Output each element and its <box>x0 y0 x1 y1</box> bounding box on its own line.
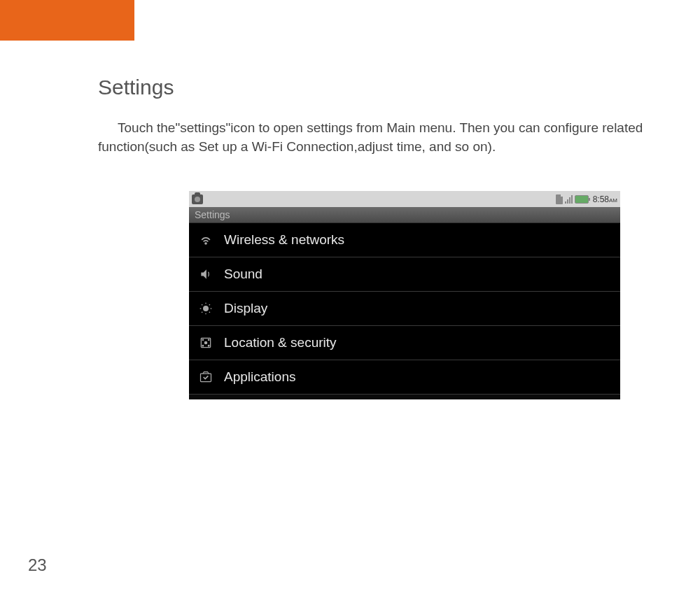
sd-card-icon <box>556 194 563 204</box>
settings-item-applications[interactable]: Applications <box>189 360 620 394</box>
svg-point-1 <box>204 306 209 311</box>
android-settings-screenshot: 8:58AM Settings Wireless & networks <box>189 191 620 399</box>
svg-point-7 <box>208 346 209 347</box>
orange-header-block <box>0 0 134 41</box>
svg-point-5 <box>208 339 209 341</box>
svg-point-4 <box>202 339 204 341</box>
settings-item-display[interactable]: Display <box>189 292 620 326</box>
apps-icon <box>197 369 214 385</box>
page-title: Settings <box>98 76 700 99</box>
sound-icon <box>197 266 214 283</box>
settings-item-label: Location & security <box>224 335 337 350</box>
settings-screen-header: Settings <box>189 207 620 223</box>
settings-item-sound[interactable]: Sound <box>189 257 620 292</box>
svg-point-6 <box>202 346 204 347</box>
page-description: Touch the"settings"icon to open settings… <box>98 119 700 156</box>
display-icon <box>197 300 214 317</box>
settings-item-label: Applications <box>224 369 295 385</box>
location-icon <box>197 334 214 351</box>
page-number: 23 <box>28 555 47 575</box>
svg-point-0 <box>205 243 206 244</box>
list-bottom-strip <box>189 394 620 399</box>
status-bar: 8:58AM <box>189 191 620 207</box>
status-time: 8:58AM <box>593 194 617 204</box>
settings-list: Wireless & networks Sound <box>189 223 620 394</box>
settings-item-location[interactable]: Location & security <box>189 326 620 360</box>
camera-icon <box>192 194 203 204</box>
svg-point-3 <box>204 342 206 344</box>
wifi-icon <box>197 232 214 248</box>
settings-item-wireless[interactable]: Wireless & networks <box>189 223 620 257</box>
settings-item-label: Sound <box>224 267 262 282</box>
battery-icon <box>575 195 589 204</box>
settings-item-label: Display <box>224 301 267 316</box>
settings-item-label: Wireless & networks <box>224 232 344 248</box>
signal-icon <box>565 195 573 204</box>
